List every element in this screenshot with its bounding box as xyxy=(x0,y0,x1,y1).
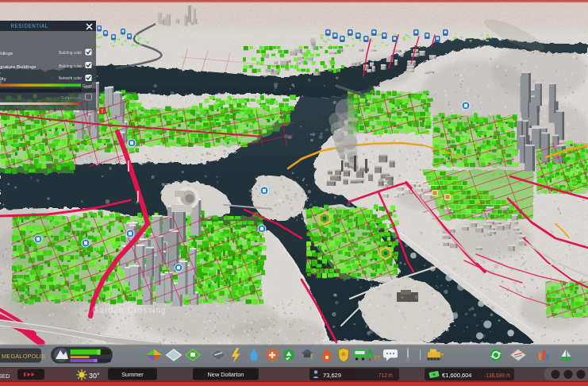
svg-text:Good: Good xyxy=(83,84,92,88)
svg-text:Summer: Summer xyxy=(121,371,144,378)
svg-text:-712 /h: -712 /h xyxy=(377,372,394,378)
svg-text:New Dollarton: New Dollarton xyxy=(208,371,244,378)
svg-text:ildings: ildings xyxy=(0,51,13,56)
svg-text:Terrain color: Terrain color xyxy=(61,96,83,100)
svg-text:!: ! xyxy=(102,108,103,114)
svg-text:SED: SED xyxy=(0,373,10,379)
svg-text:MEGALOPOLIS: MEGALOPOLIS xyxy=(2,353,45,360)
svg-text:Building color: Building color xyxy=(59,51,82,55)
svg-text:Building color: Building color xyxy=(59,64,82,68)
svg-text:73,629: 73,629 xyxy=(323,372,341,379)
svg-text:Garden Crossing: Garden Crossing xyxy=(92,306,167,315)
svg-text:ility: ility xyxy=(0,76,6,81)
svg-text:30°: 30° xyxy=(89,372,100,380)
svg-text:gnature Buildings: gnature Buildings xyxy=(0,64,36,69)
svg-text:-138,699 /h: -138,699 /h xyxy=(484,372,510,378)
svg-text:€1,600,604: €1,600,604 xyxy=(442,372,472,379)
svg-text:Network color: Network color xyxy=(59,76,83,80)
svg-text:RESIDENTIAL: RESIDENTIAL xyxy=(11,23,48,29)
